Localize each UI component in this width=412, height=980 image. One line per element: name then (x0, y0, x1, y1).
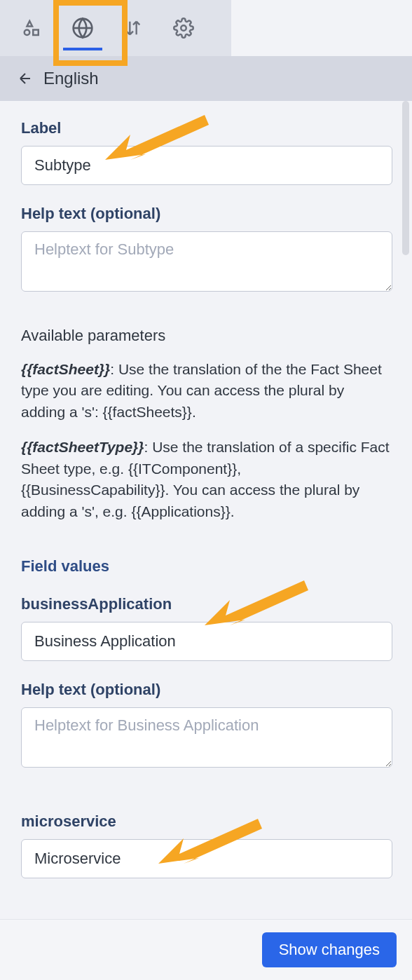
fv-businessapplication-helptext-input[interactable] (21, 707, 392, 768)
fv-businessapplication-helptext-heading: Help text (optional) (21, 681, 392, 699)
tab-language[interactable] (59, 3, 107, 53)
breadcrumb-language: English (43, 69, 99, 88)
gear-icon (173, 18, 194, 39)
svg-point-0 (25, 30, 30, 36)
fv-microservice-input[interactable] (21, 839, 392, 878)
param-factsheet-description: {{factSheet}}: Use the translation of th… (21, 359, 392, 423)
fv-businessapplication-key: businessApplication (21, 595, 392, 613)
svg-rect-1 (33, 30, 39, 36)
helptext-heading: Help text (optional) (21, 205, 392, 223)
tab-structure[interactable] (8, 3, 56, 53)
show-changes-button[interactable]: Show changes (262, 932, 397, 967)
param-factsheettype-description: {{factSheetType}}: Use the translation o… (21, 437, 392, 522)
back-arrow-icon[interactable] (17, 70, 34, 87)
scrollbar-indicator[interactable] (402, 101, 409, 255)
fv-microservice-key: microservice (21, 812, 392, 831)
available-params-heading: Available parameters (21, 327, 392, 345)
tab-sort[interactable] (109, 3, 157, 53)
tab-bar (0, 0, 231, 56)
svg-point-3 (181, 25, 186, 31)
footer-bar: Show changes (0, 919, 412, 980)
globe-icon (71, 17, 94, 39)
breadcrumb: English (0, 56, 412, 101)
field-values-heading: Field values (21, 557, 392, 576)
structure-icon (22, 18, 43, 39)
label-heading: Label (21, 119, 392, 137)
sort-icon (123, 18, 143, 38)
label-input[interactable] (21, 146, 392, 185)
tab-settings[interactable] (160, 3, 207, 53)
helptext-input[interactable] (21, 231, 392, 292)
form-area: Label Help text (optional) Available par… (0, 101, 412, 878)
fv-businessapplication-input[interactable] (21, 622, 392, 661)
tab-active-indicator (63, 48, 102, 50)
